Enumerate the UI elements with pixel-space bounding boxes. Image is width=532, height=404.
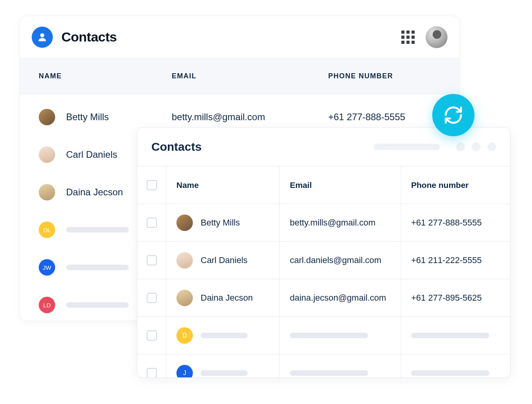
cell-phone[interactable] [401, 354, 510, 378]
contacts-logo-icon [32, 27, 53, 48]
contact-avatar [39, 146, 55, 163]
contact-avatar [176, 290, 193, 306]
contact-name: Daina Jecson [201, 293, 253, 303]
row-checkbox[interactable] [147, 255, 157, 265]
table-row: Daina Jecsondaina.jecson@gmail.com+61 27… [137, 279, 510, 317]
contact-avatar [39, 184, 55, 200]
cell-name[interactable]: Betty Mills [166, 204, 280, 241]
select-all-checkbox[interactable] [147, 180, 157, 190]
toolbar-placeholder-dot [487, 142, 496, 151]
toolbar-placeholder-bar [373, 144, 440, 150]
placeholder-line [201, 370, 248, 376]
contact-name: Betty Mills [201, 218, 240, 228]
panel-a-column-headers: NAME EMAIL PHONE NUMBER [20, 58, 459, 94]
col-phone-header: PHONE NUMBER [328, 72, 459, 80]
cell-name[interactable]: Daina Jecson [166, 279, 280, 316]
col-phone-header: Phone number [401, 166, 510, 204]
cell-name[interactable]: J [166, 354, 280, 378]
placeholder-line [411, 370, 489, 376]
cell-phone[interactable]: +61 277-895-5625 [401, 279, 510, 316]
apps-grid-icon[interactable] [401, 31, 415, 44]
contact-name: Carl Daniels [201, 255, 248, 265]
contact-name: Betty Mills [66, 112, 172, 123]
col-name-header: NAME [39, 72, 172, 80]
toolbar-placeholder-dot [456, 142, 465, 151]
cell-phone[interactable] [401, 317, 510, 354]
placeholder-line [201, 333, 248, 338]
contact-avatar: J [176, 365, 193, 378]
contact-avatar [176, 215, 193, 231]
placeholder-line [66, 302, 129, 308]
contact-avatar: DL [39, 222, 55, 238]
table-row: D [137, 317, 510, 354]
cell-email[interactable] [280, 317, 401, 354]
placeholder-line [290, 370, 368, 376]
contact-phone: +61 277-888-5555 [328, 112, 405, 123]
panel-a-header: Contacts [20, 16, 459, 58]
sync-icon [443, 105, 464, 125]
user-avatar[interactable] [426, 26, 448, 48]
row-checkbox[interactable] [147, 368, 157, 378]
row-checkbox[interactable] [147, 218, 157, 228]
cell-email[interactable]: daina.jecson@gmail.com [280, 279, 401, 316]
sync-button[interactable] [432, 94, 474, 136]
contact-avatar: JW [39, 259, 55, 276]
svg-point-0 [40, 33, 45, 38]
row-checkbox[interactable] [147, 330, 157, 341]
cell-phone[interactable]: +61 277-888-5555 [401, 204, 510, 241]
placeholder-line [66, 227, 129, 233]
contact-avatar [39, 109, 55, 125]
table-row: Betty Millsbetty.mills@gmail.com+61 277-… [137, 204, 510, 242]
panel-b-title: Contacts [151, 140, 201, 153]
contact-avatar: D [176, 327, 193, 344]
contact-avatar: LD [39, 297, 55, 313]
toolbar-placeholder-dot [472, 142, 480, 151]
cell-email[interactable] [280, 354, 401, 378]
col-name-header: Name [166, 166, 280, 204]
panel-a-title: Contacts [61, 29, 117, 45]
cell-phone[interactable]: +61 211-222-5555 [401, 242, 510, 279]
cell-name[interactable]: Carl Daniels [166, 242, 280, 279]
cell-email[interactable]: betty.mills@gmail.com [280, 204, 401, 241]
contact-avatar [176, 252, 193, 269]
crm-contacts-panel: Contacts Name Email Phone number Betty M… [137, 127, 510, 378]
cell-email[interactable]: carl.daniels@gmail.com [280, 242, 401, 279]
placeholder-line [290, 333, 368, 338]
table-row: J [137, 354, 510, 378]
contact-email: betty.mills@gmail.com [172, 112, 328, 123]
placeholder-line [66, 265, 129, 270]
panel-b-column-headers: Name Email Phone number [137, 166, 510, 204]
cell-name[interactable]: D [166, 317, 280, 354]
col-email-header: Email [280, 166, 401, 204]
placeholder-line [411, 333, 489, 338]
col-email-header: EMAIL [172, 72, 328, 80]
row-checkbox[interactable] [147, 293, 157, 303]
table-row: Carl Danielscarl.daniels@gmail.com+61 21… [137, 242, 510, 279]
